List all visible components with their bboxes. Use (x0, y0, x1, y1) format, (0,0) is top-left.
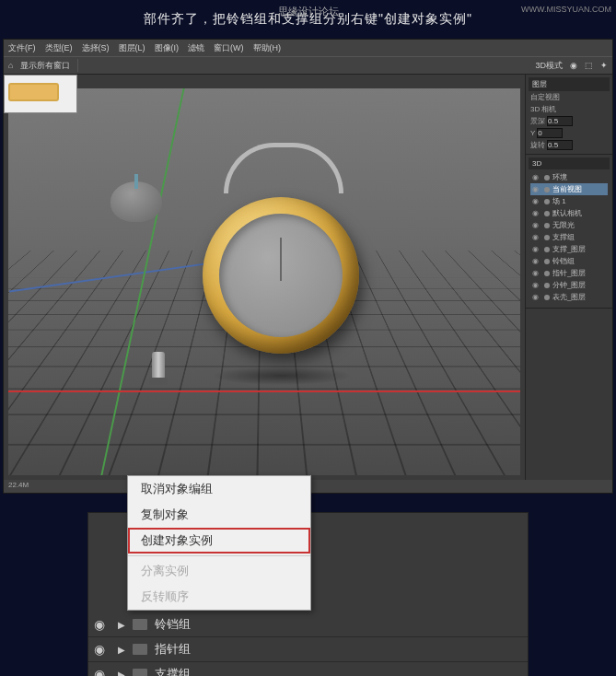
type-icon (544, 187, 550, 192)
properties-panel: 图层 自定视图 3D 相机 景深 Y 旋转 (526, 75, 612, 155)
visibility-icon[interactable]: ◉ (532, 293, 541, 302)
tree-item[interactable]: ◉无限光 (530, 219, 608, 231)
mode-label: 3D模式 (535, 60, 563, 72)
coord-label: 3D 相机 (530, 104, 556, 114)
clock-bell[interactable] (110, 181, 162, 222)
menu-layer[interactable]: 图层(L) (119, 42, 145, 54)
menu-reverse-order: 反转顺序 (128, 584, 310, 610)
workspace: 图层 自定视图 3D 相机 景深 Y 旋转 3D ◉环境 ◉当前视图 ◉场 1 … (4, 75, 612, 480)
viewport-canvas[interactable] (8, 88, 520, 475)
visibility-icon[interactable]: ◉ (532, 257, 541, 266)
visibility-icon[interactable]: ◉ (532, 173, 541, 182)
menu-separator (128, 555, 310, 556)
menu-type[interactable]: 类型(E) (45, 42, 73, 54)
menu-create-instance[interactable]: 创建对象实例 (128, 528, 310, 554)
photoshop-window: 文件(F) 类型(E) 选择(S) 图层(L) 图像(I) 滤镜 窗口(W) 帮… (3, 39, 613, 494)
type-icon (544, 211, 550, 216)
separator (77, 59, 78, 72)
menu-bar[interactable]: 文件(F) 类型(E) 选择(S) 图层(L) 图像(I) 滤镜 窗口(W) 帮… (4, 40, 612, 56)
tree-item[interactable]: ◉环境 (530, 171, 608, 183)
prop-rot-input[interactable] (547, 140, 573, 150)
visibility-icon[interactable]: ◉ (532, 209, 541, 218)
clock-face (219, 214, 343, 337)
clock-hand (280, 238, 282, 281)
clock-body[interactable] (203, 197, 359, 354)
menu-file[interactable]: 文件(F) (8, 42, 36, 54)
prop-y-input[interactable] (537, 128, 563, 138)
visibility-toggle-icon[interactable]: ◉ (94, 617, 110, 632)
menu-help[interactable]: 帮助(H) (253, 42, 282, 54)
mode-icon-3[interactable]: ✦ (600, 61, 608, 70)
type-icon (544, 247, 550, 252)
type-icon (544, 235, 550, 240)
mode-icon-2[interactable]: ⬚ (585, 61, 593, 70)
watermark-url: WWW.MISSYUAN.COM (521, 5, 611, 14)
context-menu: 取消对象编组 复制对象 创建对象实例 分离实例 反转顺序 (127, 475, 311, 611)
visibility-icon[interactable]: ◉ (532, 281, 541, 290)
tree-item[interactable]: ◉支撑组 (530, 231, 608, 243)
tree-item[interactable]: ◉铃铛组 (530, 255, 608, 267)
tree-item[interactable]: ◉场 1 (530, 195, 608, 207)
layer-name: 支撑组 (155, 666, 191, 676)
tree-item[interactable]: ◉默认相机 (530, 207, 608, 219)
type-icon (544, 175, 550, 181)
scene-tree[interactable]: ◉环境 ◉当前视图 ◉场 1 ◉默认相机 ◉无限光 ◉支撑组 ◉支撑_图层 ◉铃… (529, 169, 610, 305)
panels-dock: 图层 自定视图 3D 相机 景深 Y 旋转 3D ◉环境 ◉当前视图 ◉场 1 … (525, 75, 612, 480)
expand-icon[interactable]: ▶ (118, 645, 125, 655)
prop-depth-input[interactable] (547, 116, 573, 126)
visibility-icon[interactable]: ◉ (532, 269, 541, 278)
mode-icon-1[interactable]: ◉ (570, 61, 577, 70)
prop-rot-label: 旋转 (530, 140, 545, 150)
layer-row[interactable]: ◉ ▶ 指针组 (88, 637, 528, 662)
type-icon (544, 283, 550, 288)
prop-y-label: Y (530, 129, 535, 137)
visibility-toggle-icon[interactable]: ◉ (94, 642, 110, 657)
type-icon (544, 271, 550, 276)
home-icon[interactable]: ⌂ (8, 61, 13, 70)
visibility-toggle-icon[interactable]: ◉ (94, 667, 110, 676)
layer-row[interactable]: ◉ ▶ 支撑组 (88, 662, 528, 676)
folder-icon (133, 619, 147, 630)
type-icon (544, 295, 550, 300)
folder-icon (133, 669, 147, 676)
menu-separate-instance: 分离实例 (128, 558, 310, 584)
clock-peg[interactable] (152, 352, 165, 379)
type-icon (544, 199, 550, 204)
menu-image[interactable]: 图像(I) (155, 42, 180, 54)
menu-copy-object[interactable]: 复制对象 (128, 502, 310, 528)
visibility-icon[interactable]: ◉ (532, 233, 541, 242)
tree-item[interactable]: ◉分钟_图层 (530, 279, 608, 291)
folder-icon (133, 644, 147, 655)
menu-select[interactable]: 选择(S) (82, 42, 110, 54)
layer-row[interactable]: ◉ ▶ 铃铛组 (88, 612, 528, 637)
layer-name: 铃铛组 (155, 616, 191, 633)
camera-dropdown[interactable]: 自定视图 (530, 92, 560, 102)
x-axis (8, 390, 520, 392)
type-icon (544, 259, 550, 264)
3d-panel: 3D ◉环境 ◉当前视图 ◉场 1 ◉默认相机 ◉无限光 ◉支撑组 ◉支撑_图层… (526, 155, 612, 309)
tree-item[interactable]: ◉支撑_图层 (530, 243, 608, 255)
expand-icon[interactable]: ▶ (118, 620, 125, 630)
tree-item[interactable]: ◉当前视图 (530, 183, 608, 195)
tree-item[interactable]: ◉表壳_图层 (530, 291, 608, 303)
show-windows[interactable]: 显示所有窗口 (20, 60, 70, 72)
layer-name: 指针组 (155, 641, 191, 658)
options-bar: ⌂ 显示所有窗口 3D模式 ◉ ⬚ ✦ (4, 56, 612, 75)
expand-icon[interactable]: ▶ (118, 670, 125, 677)
prop-depth-label: 景深 (530, 116, 545, 126)
type-icon (544, 223, 550, 228)
visibility-icon[interactable]: ◉ (532, 197, 541, 206)
tree-item[interactable]: ◉指针_图层 (530, 267, 608, 279)
watermark-forum: 思缘设计论坛 (278, 5, 339, 18)
menu-cancel-group[interactable]: 取消对象编组 (128, 476, 310, 502)
panel-title-3d[interactable]: 3D (529, 157, 610, 169)
secondary-view-thumb[interactable] (4, 75, 77, 113)
visibility-icon[interactable]: ◉ (532, 221, 541, 230)
3d-viewport[interactable] (4, 75, 525, 480)
menu-filter[interactable]: 滤镜 (188, 42, 204, 54)
visibility-icon[interactable]: ◉ (532, 245, 541, 254)
menu-window[interactable]: 窗口(W) (214, 42, 244, 54)
visibility-icon[interactable]: ◉ (532, 185, 541, 194)
panel-title-layers[interactable]: 图层 (529, 77, 610, 91)
